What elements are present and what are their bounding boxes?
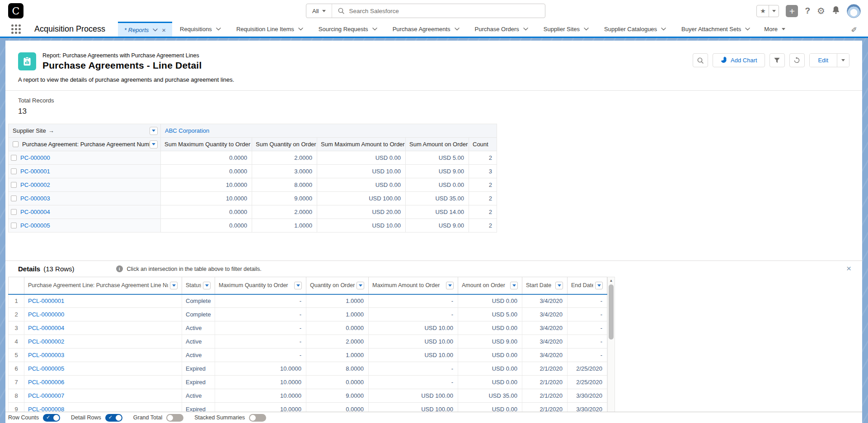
tab-sourcing-requests[interactable]: Sourcing Requests bbox=[311, 22, 385, 37]
scrollbar-thumb[interactable] bbox=[609, 284, 614, 339]
chevron-down-icon[interactable] bbox=[372, 28, 377, 31]
quick-create-button[interactable]: + bbox=[786, 5, 798, 17]
help-icon[interactable]: ? bbox=[805, 6, 810, 16]
purchase-agreement-line-link[interactable]: PCL-0000002 bbox=[28, 338, 64, 345]
column-dropdown-button[interactable] bbox=[595, 282, 603, 289]
summary-value-cell[interactable]: USD 10.00 bbox=[317, 219, 406, 232]
search-scope-selector[interactable]: All bbox=[306, 4, 332, 18]
summary-value-cell[interactable]: USD 9.00 bbox=[406, 219, 469, 232]
close-details-icon[interactable]: × bbox=[846, 264, 851, 274]
select-all-checkbox[interactable] bbox=[13, 141, 19, 147]
purchase-agreement-line-link[interactable]: PCL-0000004 bbox=[28, 325, 64, 331]
column-dropdown-button[interactable] bbox=[150, 127, 158, 135]
row-checkbox[interactable] bbox=[11, 182, 17, 188]
purchase-agreement-line-link[interactable]: PCL-0000000 bbox=[28, 311, 64, 318]
summary-value-cell[interactable]: 3.0000 bbox=[252, 165, 317, 178]
summary-value-cell[interactable]: USD 0.00 bbox=[317, 178, 406, 192]
row-checkbox[interactable] bbox=[11, 155, 17, 161]
edit-dropdown-button[interactable] bbox=[837, 54, 849, 67]
summary-value-cell[interactable]: 10.0000 bbox=[161, 178, 252, 192]
notifications-bell-icon[interactable] bbox=[832, 5, 840, 16]
summary-value-cell[interactable]: USD 35.00 bbox=[406, 192, 469, 205]
summary-value-cell[interactable]: 0.0000 bbox=[161, 151, 252, 165]
summary-value-cell[interactable]: 0.0000 bbox=[161, 205, 252, 219]
summary-value-cell[interactable]: USD 9.00 bbox=[406, 165, 469, 178]
chevron-down-icon[interactable] bbox=[298, 28, 303, 31]
purchase-agreement-link[interactable]: PC-000004 bbox=[20, 209, 50, 215]
row-checkbox[interactable] bbox=[11, 209, 17, 215]
filter-button[interactable] bbox=[769, 53, 785, 67]
favorites-dropdown[interactable] bbox=[769, 5, 779, 17]
tab-purchase-agreements[interactable]: Purchase Agreements bbox=[385, 22, 467, 37]
add-chart-button[interactable]: Add Chart bbox=[713, 53, 765, 67]
row-counts-toggle[interactable]: ✓ bbox=[43, 414, 60, 422]
summary-value-cell[interactable]: USD 100.00 bbox=[317, 192, 406, 205]
column-dropdown-button[interactable] bbox=[446, 282, 454, 289]
summary-value-cell[interactable]: USD 5.00 bbox=[406, 151, 469, 165]
column-dropdown-button[interactable] bbox=[294, 282, 302, 289]
purchase-agreement-link[interactable]: PC-000000 bbox=[20, 154, 50, 161]
row-checkbox[interactable] bbox=[11, 223, 17, 228]
favorite-star-icon[interactable]: ★ bbox=[757, 5, 769, 17]
user-avatar[interactable] bbox=[847, 4, 861, 18]
purchase-agreement-line-link[interactable]: PCL-0000006 bbox=[28, 379, 64, 386]
tab-close-icon[interactable]: × bbox=[162, 26, 166, 34]
summary-value-cell[interactable]: 2 bbox=[469, 219, 497, 232]
purchase-agreement-link[interactable]: PC-000001 bbox=[20, 168, 50, 175]
column-dropdown-button[interactable] bbox=[555, 282, 563, 289]
edit-button[interactable]: Edit bbox=[810, 54, 837, 67]
grand-total-toggle[interactable] bbox=[166, 414, 183, 422]
summary-value-cell[interactable]: 2 bbox=[469, 192, 497, 205]
summary-value-cell[interactable]: 2 bbox=[469, 178, 497, 192]
setup-gear-icon[interactable]: ⚙ bbox=[817, 5, 825, 16]
more-tabs-menu[interactable]: More bbox=[758, 22, 792, 37]
summary-value-cell[interactable]: 8.0000 bbox=[252, 178, 317, 192]
summary-value-cell[interactable]: 2.0000 bbox=[252, 151, 317, 165]
chevron-down-icon[interactable] bbox=[523, 28, 528, 31]
chevron-down-icon[interactable] bbox=[153, 28, 158, 32]
details-scrollbar[interactable]: ▲ ▼ bbox=[607, 277, 615, 417]
supplier-site-link[interactable]: ABC Corporation bbox=[165, 127, 209, 134]
tab-purchase-orders[interactable]: Purchase Orders bbox=[467, 22, 536, 37]
purchase-agreement-link[interactable]: PC-000005 bbox=[20, 222, 50, 229]
scroll-up-icon[interactable]: ▲ bbox=[608, 279, 615, 283]
find-in-report-button[interactable] bbox=[693, 53, 708, 67]
summary-value-cell[interactable]: 0.0000 bbox=[161, 219, 252, 232]
stacked-summaries-toggle[interactable] bbox=[249, 414, 266, 422]
column-dropdown-button[interactable] bbox=[170, 282, 178, 289]
chevron-down-icon[interactable] bbox=[745, 28, 750, 31]
summary-value-cell[interactable]: 3 bbox=[469, 165, 497, 178]
purchase-agreement-link[interactable]: PC-000003 bbox=[20, 195, 50, 202]
row-checkbox[interactable] bbox=[11, 168, 17, 174]
global-search[interactable]: All Search Salesforce bbox=[306, 4, 545, 18]
tab-supplier-sites[interactable]: Supplier Sites bbox=[536, 22, 596, 37]
summary-value-cell[interactable]: USD 14.00 bbox=[406, 205, 469, 219]
summary-value-cell[interactable]: 0.0000 bbox=[161, 165, 252, 178]
summary-value-cell[interactable]: USD 10.00 bbox=[317, 165, 406, 178]
summary-value-cell[interactable]: USD 0.00 bbox=[317, 151, 406, 165]
chevron-down-icon[interactable] bbox=[216, 28, 221, 31]
column-dropdown-button[interactable] bbox=[203, 282, 211, 289]
row-checkbox[interactable] bbox=[11, 195, 17, 201]
summary-value-cell[interactable]: 2 bbox=[469, 205, 497, 219]
summary-value-cell[interactable]: 9.0000 bbox=[252, 192, 317, 205]
summary-value-cell[interactable]: 2.0000 bbox=[252, 205, 317, 219]
summary-value-cell[interactable]: 2 bbox=[469, 151, 497, 165]
edit-nav-pencil-icon[interactable]: ✎ bbox=[851, 25, 857, 33]
purchase-agreement-line-link[interactable]: PCL-0000003 bbox=[28, 352, 64, 358]
tab-requisition-line-items[interactable]: Requisition Line Items bbox=[229, 22, 311, 37]
summary-value-cell[interactable]: 10.0000 bbox=[161, 192, 252, 205]
purchase-agreement-line-link[interactable]: PCL-0000007 bbox=[28, 392, 64, 399]
column-dropdown-button[interactable] bbox=[357, 282, 364, 289]
column-dropdown-button[interactable] bbox=[150, 140, 158, 149]
tab-reports-active[interactable]: * Reports × bbox=[118, 22, 172, 37]
tab-supplier-catalogues[interactable]: Supplier Catalogues bbox=[596, 22, 674, 37]
chevron-down-icon[interactable] bbox=[584, 28, 589, 31]
tab-requisitions[interactable]: Requisitions bbox=[172, 22, 229, 37]
summary-value-cell[interactable]: 1.0000 bbox=[252, 219, 317, 232]
refresh-button[interactable] bbox=[789, 53, 805, 67]
purchase-agreement-link[interactable]: PC-000002 bbox=[20, 181, 50, 188]
summary-value-cell[interactable]: USD 0.00 bbox=[406, 178, 469, 192]
purchase-agreement-line-link[interactable]: PCL-0000005 bbox=[28, 365, 64, 372]
summary-value-cell[interactable]: USD 20.00 bbox=[317, 205, 406, 219]
